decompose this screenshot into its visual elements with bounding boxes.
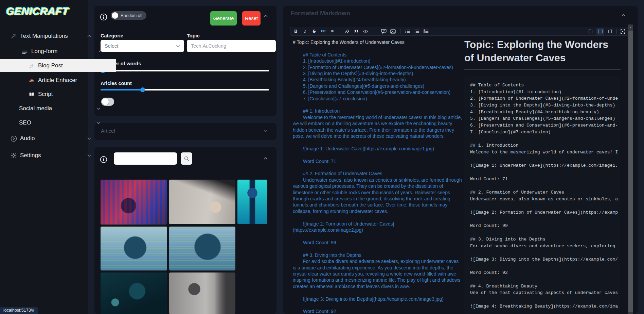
codeblock-icon[interactable] [372, 28, 377, 34]
sidebar-item-audio[interactable]: Audio [0, 133, 98, 144]
image-search-input[interactable] [114, 152, 177, 165]
sidebar-item-long-form[interactable]: Long-form [0, 46, 109, 57]
woman-green-code-face-image[interactable] [101, 227, 167, 270]
expand-articel-icon[interactable] [264, 129, 268, 132]
collapse-generator-icon[interactable] [264, 15, 268, 17]
sidebar-item-social-media[interactable]: Social media [0, 103, 107, 114]
sidebar-item-text-manipulations[interactable]: Text Manipulations [0, 30, 98, 42]
woman-profile-code-image[interactable] [169, 227, 235, 270]
italic-icon[interactable]: I [302, 28, 308, 34]
categorie-label: Categorie [101, 33, 123, 38]
editor-line: ![Image 1: Underwater Cave](https://exam… [293, 146, 463, 152]
toolbar-divider [400, 29, 400, 34]
markdown-toolbar: BISHRTIT [290, 27, 628, 36]
articles-count-slider[interactable] [101, 87, 269, 92]
sidebar: GENICRAFT Text ManipulationsLong-formBlo… [0, 0, 88, 314]
editor-line: ## Table of Contents [293, 52, 463, 58]
editor-line: 4. [Breathtaking Beauty](#4-breathtaking… [293, 77, 463, 83]
categorie-select[interactable]: Select [101, 40, 184, 52]
sidebar-item-label: Settings [20, 152, 41, 159]
preview-line: 1. [Introduction](#1-introduction) [470, 89, 620, 96]
preview-line: ## 3. Diving into the Depths [470, 237, 620, 244]
preview-scrollbar[interactable]: ▲ [628, 24, 633, 314]
sidebar-item-label: Script [38, 91, 53, 98]
sidebar-item-article-enhacer[interactable]: Article Enhacer [0, 75, 116, 86]
info-icon[interactable] [100, 156, 107, 163]
split-pane-icon[interactable] [596, 28, 604, 35]
generator-panel: Random off Generate Reset Categorie Sele… [94, 6, 276, 116]
reset-button[interactable]: Reset [242, 11, 261, 26]
editor-line: Underwater caves, also known as cenotes … [293, 177, 463, 214]
sidebar-item-label: Article Enhacer [38, 77, 77, 84]
info-icon[interactable] [100, 13, 107, 21]
task-list-icon[interactable] [423, 28, 429, 34]
comment-icon[interactable] [381, 28, 387, 34]
quote-icon[interactable] [354, 28, 359, 34]
editor-line: Word Count: 71 [293, 158, 463, 164]
fullscreen-icon[interactable] [620, 28, 625, 34]
editor-line: Welcome to the mesmerizing world of unde… [293, 114, 463, 139]
preview-line: 5. [Dangers and Challenges](#5-dangers-a… [470, 116, 620, 123]
editor-line: 5. [Dangers and Challenges](#5-dangers-a… [293, 83, 463, 89]
unordered-list-icon[interactable] [405, 28, 410, 34]
editor-line: ## 3. Diving into the Depths [293, 252, 463, 258]
editor-line: # Topic: Exploring the Wonders of Underw… [293, 39, 463, 45]
blue-hand-on-teal-image[interactable] [237, 180, 267, 224]
link-icon[interactable] [344, 28, 350, 34]
hr-icon[interactable]: HR [321, 28, 326, 34]
preview-line: Word Count: 99 [470, 223, 620, 230]
markdown-editor[interactable]: # Topic: Exploring the Wonders of Underw… [293, 39, 463, 314]
image-search-button[interactable] [181, 152, 192, 165]
scrollbar-thumb[interactable] [628, 31, 633, 312]
number-of-words-slider[interactable] [101, 68, 269, 73]
robot-arm-and-elderly-man-image[interactable] [169, 272, 235, 314]
robot-hand-touching-human-hand-image[interactable] [169, 180, 235, 224]
sidebar-item-label: Text Manipulations [20, 33, 68, 39]
code-icon[interactable] [363, 28, 368, 34]
preview-line: Underwater caves, also known as cenotes … [470, 197, 620, 203]
preview-line [470, 217, 620, 224]
sidebar-item-settings[interactable]: Settings [0, 150, 98, 161]
formatted-markdown-panel: Formated Markdown BISHRTIT # Topic: Expl… [283, 6, 638, 314]
editor-line: Word Count: 92 [293, 308, 463, 314]
chevron-down-icon [176, 45, 180, 47]
sidebar-item-blog-post[interactable]: Blog Post [0, 59, 116, 72]
vr-headset-person-image[interactable] [101, 272, 167, 314]
scroll-up-arrow-icon[interactable]: ▲ [628, 26, 633, 29]
preview-line [470, 277, 620, 284]
app-logo[interactable]: GENICRAFT [5, 5, 69, 17]
preview-line: ![Image 4: Breathtaking Beauty](https://… [470, 304, 620, 311]
editor-line: 7. [Conclusion](#7-conclusion) [293, 96, 463, 102]
generate-button[interactable]: Generate [210, 11, 237, 26]
title-icon[interactable]: TIT [330, 28, 335, 34]
collapse-markdown-icon[interactable] [621, 14, 625, 17]
preview-line: ![Image 1: Underwater Cave](https://exam… [470, 163, 620, 170]
editor-blank-line [293, 233, 463, 239]
sidebar-item-label: Social media [19, 105, 52, 112]
collapse-gallery-icon[interactable] [264, 157, 268, 160]
random-toggle[interactable]: Random off [111, 11, 146, 20]
preview-line [470, 203, 620, 210]
preview-pane-icon[interactable] [607, 28, 613, 34]
editor-blank-line [293, 152, 463, 158]
editor-line: 6. [Preservation and Conservation](#6-pr… [293, 89, 463, 95]
image-icon[interactable] [390, 28, 396, 34]
editor-blank-line [293, 164, 463, 170]
slider-thumb[interactable] [140, 87, 145, 92]
preview-line: Welcome to the mesmerizing world of unde… [470, 150, 620, 156]
articel-panel[interactable]: Articel [94, 123, 276, 140]
bold-icon[interactable]: B [293, 28, 299, 34]
preview-line [470, 183, 620, 190]
editor-pane-icon[interactable] [588, 28, 594, 34]
woman-code-projection-image[interactable] [101, 180, 167, 225]
ordered-list-icon[interactable] [414, 28, 419, 34]
topic-input[interactable] [187, 40, 276, 52]
image-gallery-panel [94, 147, 276, 314]
sidebar-item-seo[interactable]: SEO [0, 117, 107, 129]
sidebar-item-script[interactable]: Script [0, 88, 116, 100]
preview-line: ## 2. Formation of Underwater Caves [470, 190, 620, 197]
editor-line: 2. [Formation of Underwater Caves](#2-fo… [293, 64, 463, 70]
preview-line: 3. [Diving into the Depths](#3-diving-in… [470, 103, 620, 110]
strikethrough-icon[interactable]: S [311, 28, 317, 34]
rocket-icon [28, 63, 35, 69]
